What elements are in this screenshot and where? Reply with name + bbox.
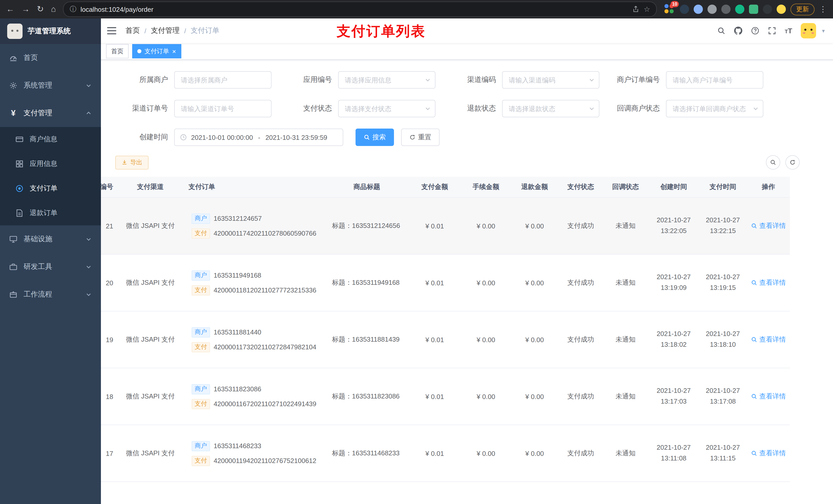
browser-update-button[interactable]: 更新 xyxy=(790,3,814,15)
github-icon[interactable] xyxy=(734,27,742,35)
tab-pay-orders[interactable]: 支付订单 × xyxy=(132,44,181,58)
sidebar-item-merchant-info[interactable]: 商户信息 xyxy=(0,127,101,152)
table-row: 21 微信 JSAPI 支付 商户 1635312124657 支付 42000… xyxy=(101,197,790,254)
order-table-head-row: 编号支付渠道支付订单商品标题支付金额手续金额退款金额支付状态回调状态创建时间支付… xyxy=(101,177,790,197)
merchant-select[interactable] xyxy=(174,71,271,89)
extension-icon-6[interactable] xyxy=(749,5,758,14)
cell-pay-channel: 微信 JSAPI 支付 xyxy=(118,311,182,368)
breadcrumb-current: 支付订单 xyxy=(191,26,219,35)
reload-icon[interactable]: ↻ xyxy=(37,5,44,13)
cell-create-time xyxy=(648,482,699,504)
sidebar-item-system[interactable]: 系统管理 xyxy=(0,72,101,99)
font-size-icon[interactable]: TT xyxy=(785,27,792,35)
pay-status-select[interactable] xyxy=(338,100,435,117)
breadcrumb-home[interactable]: 首页 xyxy=(125,26,140,35)
sidebar-item-payment[interactable]: ¥ 支付管理 xyxy=(0,99,101,127)
fullscreen-icon[interactable] xyxy=(768,27,776,35)
cell-pay-amount: ¥ 0.01 xyxy=(408,197,461,254)
avatar[interactable] xyxy=(801,23,816,39)
extension-icon-4[interactable] xyxy=(721,5,731,14)
extension-icon-3[interactable] xyxy=(708,5,717,14)
breadcrumb-pay-mgmt[interactable]: 支付管理 xyxy=(151,26,180,35)
pay-order-line: 支付 4200001181202110277723215336 xyxy=(192,285,316,295)
cell-pay-time: 2021-10-27 13:18:10 xyxy=(699,311,747,368)
extension-icon-8[interactable] xyxy=(777,5,786,14)
cell-refund-amount xyxy=(510,482,559,504)
search-button[interactable]: 搜索 xyxy=(356,128,394,146)
cell-pay-order: 商户 1635312124657 支付 42000011742021102780… xyxy=(182,197,326,254)
cell-pay-status xyxy=(559,482,602,504)
app-id-select[interactable] xyxy=(338,71,435,89)
home-icon[interactable]: ⌂ xyxy=(51,5,56,13)
channel-code-select[interactable] xyxy=(502,71,599,89)
sidebar-item-home[interactable]: 首页 xyxy=(0,44,101,72)
help-icon[interactable] xyxy=(751,27,759,35)
sidebar-item-label: 首页 xyxy=(24,53,38,63)
share-icon[interactable] xyxy=(633,6,640,13)
merchant-order-no-input[interactable] xyxy=(666,71,763,89)
tab-home[interactable]: 首页 xyxy=(106,44,128,58)
cell-pay-amount: ¥ 0.01 xyxy=(408,254,461,311)
cell-refund-amount: ¥ 0.00 xyxy=(510,368,559,425)
field-label: 商户订单编号 xyxy=(601,75,666,85)
sidebar-item-dev-tools[interactable]: 研发工具 xyxy=(0,253,101,281)
filter-merchant: 所属商户 xyxy=(109,71,273,89)
extensions-area: 10 更新 ⋮ xyxy=(664,3,827,15)
notify-status-select[interactable] xyxy=(666,100,763,117)
site-info-icon[interactable]: ⓘ xyxy=(70,5,76,14)
reset-button[interactable]: 重置 xyxy=(401,128,439,146)
pay-tag: 支付 xyxy=(192,342,210,352)
hide-search-icon[interactable] xyxy=(766,155,780,170)
view-detail-link[interactable]: 查看详情 xyxy=(751,221,786,231)
sidebar-item-workflow[interactable]: 工作流程 xyxy=(0,281,101,308)
extension-icon-7[interactable] xyxy=(763,5,772,14)
export-button[interactable]: 导出 xyxy=(115,155,148,169)
app-logo[interactable]: 芋道管理系统 xyxy=(0,19,101,44)
pay-order-no: 4200001173202110272847982104 xyxy=(214,343,316,351)
view-detail-link[interactable]: 查看详情 xyxy=(751,278,786,287)
sidebar-item-app-info[interactable]: 应用信息 xyxy=(0,152,101,176)
view-detail-link[interactable]: 查看详情 xyxy=(751,449,786,458)
merchant-tag: 商户 xyxy=(192,213,210,223)
extension-icon-2[interactable] xyxy=(694,5,703,14)
view-detail-link[interactable]: 查看详情 xyxy=(751,392,786,401)
close-tab-icon[interactable]: × xyxy=(172,48,176,54)
field-label: 退款状态 xyxy=(437,104,502,113)
merchant-order-no: 1635311949168 xyxy=(214,271,261,279)
refresh-icon[interactable] xyxy=(785,155,800,170)
sidebar: 芋道管理系统 首页 系统管理 xyxy=(0,19,101,504)
cell-pay-channel: 微信 JSAPI 支付 xyxy=(118,425,182,482)
cell-pay-status: 支付成功 xyxy=(559,425,602,482)
sidebar-item-refund-orders[interactable]: 退款订单 xyxy=(0,201,101,225)
extension-icon-5[interactable] xyxy=(735,5,744,14)
browser-menu-icon[interactable]: ⋮ xyxy=(819,5,827,14)
column-header-6: 退款金额 xyxy=(510,177,559,197)
forward-icon[interactable]: → xyxy=(22,5,30,13)
extension-icon-1[interactable] xyxy=(680,5,689,14)
logo-image xyxy=(7,24,23,39)
field-label: 所属商户 xyxy=(109,75,174,85)
date-range-input[interactable]: 2021-10-01 00:00:00 - 2021-10-31 23:59:5… xyxy=(174,128,343,146)
channel-order-no-input[interactable] xyxy=(174,100,271,117)
merchant-order-no: 1635312124657 xyxy=(214,215,262,222)
cell-fee-amount xyxy=(461,482,510,504)
extensions-collection-icon[interactable]: 10 xyxy=(664,4,675,15)
cell-pay-order: 商户 1635311881440 支付 42000011732021102728… xyxy=(182,311,326,368)
sidebar-item-pay-orders[interactable]: 支付订单 xyxy=(0,176,101,201)
search-icon[interactable] xyxy=(717,27,725,35)
refund-status-select[interactable] xyxy=(502,100,599,117)
cell-pay-status: 支付成功 xyxy=(559,311,602,368)
sidebar-toggle-icon[interactable] xyxy=(107,27,116,34)
address-bar[interactable]: ⓘ localhost:1024/pay/order ☆ xyxy=(63,2,657,17)
cell-actions xyxy=(747,482,790,504)
view-detail-link[interactable]: 查看详情 xyxy=(751,335,786,344)
avatar-caret-icon[interactable]: ▾ xyxy=(822,27,825,34)
sidebar-item-infra[interactable]: 基础设施 xyxy=(0,225,101,253)
url-text[interactable]: localhost:1024/pay/order xyxy=(80,5,628,13)
cell-pay-order: 商户 1635311857186 支付 xyxy=(182,482,326,504)
pay-tag: 支付 xyxy=(192,399,210,409)
table-row: 17 微信 JSAPI 支付 商户 1635311468233 支付 42000… xyxy=(101,425,790,482)
back-icon[interactable]: ← xyxy=(6,5,14,13)
cell-create-time: 2021-10-27 13:22:05 xyxy=(648,197,699,254)
bookmark-star-icon[interactable]: ☆ xyxy=(644,5,650,13)
